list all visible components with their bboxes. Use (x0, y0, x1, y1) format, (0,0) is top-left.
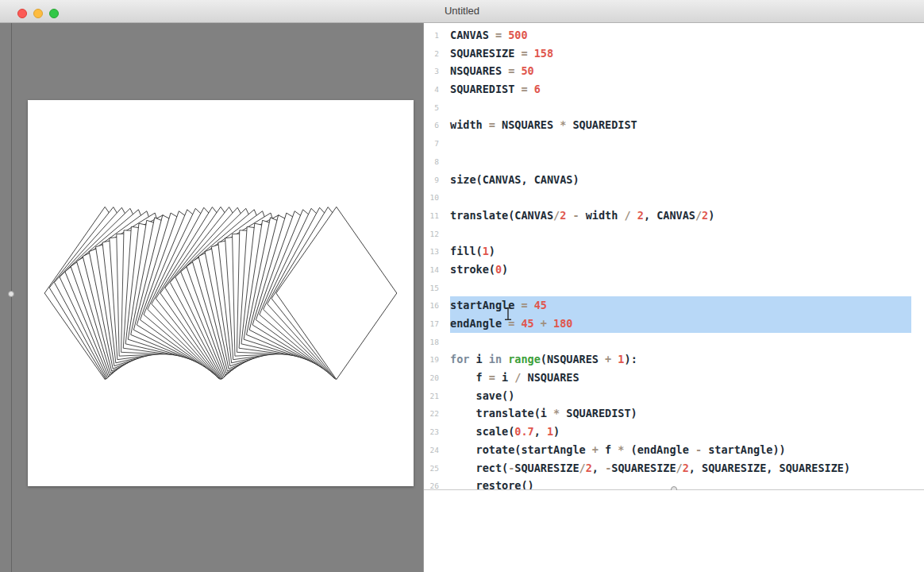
ibeam-cursor-icon (503, 307, 513, 324)
code-token: = (521, 83, 533, 95)
code-line[interactable]: 8 (424, 153, 924, 171)
line-number: 14 (424, 261, 443, 279)
code-line[interactable]: 22 translate(i * SQUAREDIST) (424, 404, 924, 423)
code-line[interactable]: 14stroke(0) (424, 261, 924, 279)
code-token: 158 (534, 47, 553, 60)
code-text: SQUARESIZE = 158 (450, 44, 911, 63)
code-token: - (695, 443, 708, 456)
code-token: NSQUARES (450, 64, 508, 77)
code-token: = (489, 118, 502, 131)
code-token: / (579, 462, 586, 474)
code-token: ): (625, 353, 637, 365)
code-line[interactable]: 17endAngle = 45 + 180 (424, 315, 924, 333)
line-number: 20 (424, 369, 443, 387)
code-token: / (625, 209, 637, 222)
left-pane-divider[interactable] (11, 23, 12, 572)
code-text (450, 225, 911, 243)
code-line[interactable]: 21 save() (424, 387, 924, 405)
code-token: i (502, 371, 514, 384)
code-line[interactable]: 4SQUAREDIST = 6 (424, 80, 924, 99)
code-line[interactable]: 10 (424, 188, 924, 207)
line-number: 13 (424, 242, 443, 261)
code-token: = (521, 47, 533, 60)
code-token: SQUAREDIST) (566, 407, 637, 419)
code-token: 1 (547, 425, 553, 438)
code-line[interactable]: 16startAngle = 45 (424, 296, 924, 315)
code-token: 2 (637, 209, 644, 222)
code-line[interactable]: 24 rotate(startAngle + f * (endAngle - s… (424, 441, 924, 459)
code-text (450, 333, 911, 351)
code-token: / (695, 209, 702, 222)
code-token: translate(i (450, 407, 553, 419)
code-editor[interactable]: 1CANVAS = 5002SQUARESIZE = 1583NSQUARES … (424, 23, 924, 489)
code-text (450, 188, 911, 207)
code-line[interactable]: 20 f = i / NSQUARES (424, 369, 924, 387)
code-line[interactable]: 19for i in range(NSQUARES + 1): (424, 350, 924, 369)
code-token: 2 (702, 209, 708, 222)
pane-divider[interactable] (423, 23, 424, 572)
code-line[interactable]: 1CANVAS = 500 (424, 26, 924, 44)
code-token: * (618, 443, 630, 456)
drawing-canvas (28, 100, 414, 486)
code-token: i (476, 353, 489, 365)
zoom-button[interactable] (49, 9, 59, 18)
code-line[interactable]: 15 (424, 279, 924, 297)
code-token: stroke( (450, 263, 495, 276)
code-line[interactable]: 5 (424, 99, 924, 117)
code-token: f (450, 371, 489, 384)
code-token: translate(CANVAS (450, 209, 553, 222)
code-token: , CANVAS (644, 209, 695, 222)
code-token: ) (502, 263, 508, 276)
code-line[interactable]: 13fill(1) (424, 242, 924, 261)
line-number: 26 (424, 477, 443, 489)
code-line[interactable]: 6width = NSQUARES * SQUAREDIST (424, 116, 924, 134)
code-line[interactable]: 12 (424, 225, 924, 243)
line-number: 8 (424, 153, 443, 171)
left-splitter-handle[interactable] (8, 291, 14, 297)
code-token: range (508, 353, 541, 365)
code-token: width (450, 118, 489, 131)
console-output[interactable] (424, 490, 924, 572)
code-text (450, 279, 911, 297)
close-button[interactable] (17, 9, 27, 18)
code-token: 6 (534, 83, 541, 95)
code-token: 180 (553, 317, 572, 330)
code-token: , SQUARESIZE, SQUARESIZE) (689, 462, 850, 474)
code-line[interactable]: 11translate(CANVAS/2 - width / 2, CANVAS… (424, 207, 924, 225)
code-line[interactable]: 3NSQUARES = 50 (424, 62, 924, 80)
code-token: NSQUARES (502, 118, 560, 131)
line-number: 16 (424, 296, 443, 315)
code-token: , (534, 425, 547, 438)
code-text: NSQUARES = 50 (450, 62, 911, 80)
code-text: size(CANVAS, CANVAS) (450, 171, 911, 189)
code-token: 500 (508, 29, 527, 41)
code-token: size(CANVAS, CANVAS) (450, 173, 579, 186)
code-token: = (508, 64, 521, 77)
code-token: SQUAREDIST (572, 118, 637, 131)
minimize-button[interactable] (33, 9, 43, 18)
code-line[interactable]: 2SQUARESIZE = 158 (424, 44, 924, 63)
code-token: - (566, 209, 585, 222)
code-text: save() (450, 387, 911, 405)
code-text: f = i / NSQUARES (450, 369, 911, 387)
line-number: 18 (424, 333, 443, 351)
traffic-lights (17, 9, 59, 18)
code-text: rect(-SQUARESIZE/2, -SQUARESIZE/2, SQUAR… (450, 459, 911, 477)
code-line[interactable]: 9size(CANVAS, CANVAS) (424, 171, 924, 189)
code-token: ) (708, 209, 714, 222)
code-token: CANVAS (450, 29, 495, 41)
line-number: 7 (424, 134, 443, 153)
code-line[interactable]: 18 (424, 333, 924, 351)
code-token: ) (553, 425, 560, 438)
line-number: 22 (424, 404, 443, 423)
code-line[interactable]: 25 rect(-SQUARESIZE/2, -SQUARESIZE/2, SQ… (424, 459, 924, 477)
code-token: NSQUARES (528, 371, 579, 384)
code-line[interactable]: 23 scale(0.7, 1) (424, 423, 924, 441)
line-number: 5 (424, 99, 443, 117)
code-text: translate(CANVAS/2 - width / 2, CANVAS/2… (450, 207, 911, 225)
code-text (450, 153, 911, 171)
code-token: * (560, 118, 572, 131)
line-number: 10 (424, 188, 443, 207)
code-line[interactable]: 7 (424, 134, 924, 153)
code-token: fill( (450, 245, 483, 257)
